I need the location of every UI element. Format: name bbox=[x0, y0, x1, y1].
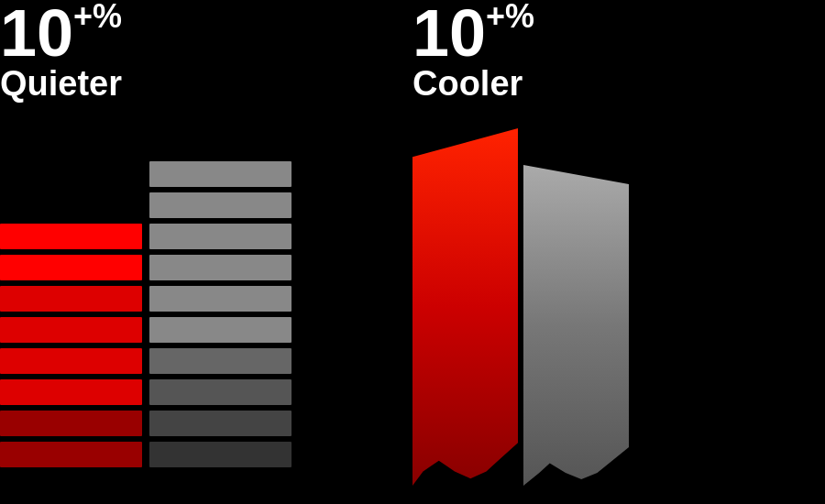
red-bar bbox=[0, 348, 142, 374]
right-section: 10+% Cooler bbox=[412, 0, 825, 504]
red-bars-left bbox=[0, 224, 142, 467]
red-bar bbox=[0, 379, 142, 405]
red-bar bbox=[0, 317, 142, 343]
right-red-bar bbox=[412, 128, 518, 486]
grey-bar bbox=[149, 317, 292, 343]
right-word: Cooler bbox=[412, 66, 534, 101]
grey-bar bbox=[149, 224, 292, 249]
grey-bar bbox=[149, 161, 292, 187]
main-container: 10+% Quieter bbox=[0, 0, 825, 504]
left-word: Quieter bbox=[0, 66, 122, 101]
left-plus-pct: +% bbox=[73, 0, 122, 35]
red-bar bbox=[0, 224, 142, 249]
grey-bar bbox=[149, 255, 292, 280]
red-bar bbox=[0, 255, 142, 280]
red-bar bbox=[0, 286, 142, 312]
grey-bar bbox=[149, 192, 292, 218]
right-grey-bar bbox=[523, 165, 629, 486]
left-section: 10+% Quieter bbox=[0, 0, 412, 504]
grey-bar bbox=[149, 379, 292, 405]
right-number: 10 bbox=[412, 0, 486, 70]
grey-bar bbox=[149, 411, 292, 436]
bars-right bbox=[412, 110, 629, 486]
title-left: 10+% Quieter bbox=[0, 0, 122, 101]
title-right: 10+% Cooler bbox=[412, 0, 534, 101]
left-number: 10 bbox=[0, 0, 73, 70]
grey-bar bbox=[149, 286, 292, 312]
red-bar bbox=[0, 442, 142, 467]
right-plus-pct: +% bbox=[486, 0, 534, 35]
grey-bar bbox=[149, 442, 292, 467]
grey-bar bbox=[149, 348, 292, 374]
red-bar bbox=[0, 411, 142, 436]
bars-left bbox=[0, 101, 292, 467]
grey-bars-left bbox=[149, 161, 292, 467]
